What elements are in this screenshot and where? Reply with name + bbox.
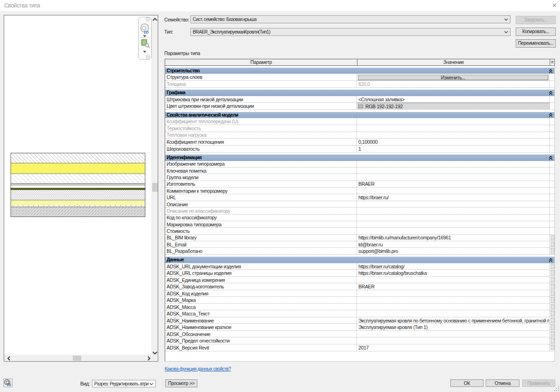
svg-text:2D: 2D (144, 30, 148, 35)
svg-text:2D: 2D (7, 383, 11, 386)
